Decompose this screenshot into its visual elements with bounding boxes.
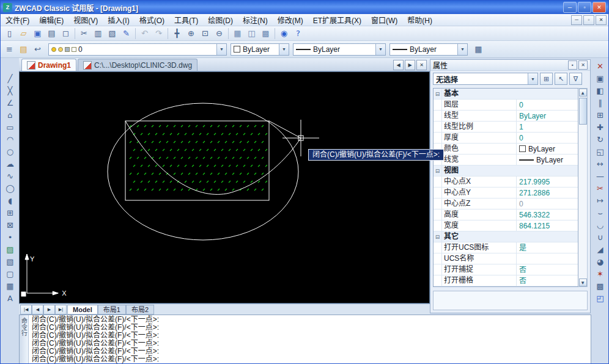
spline-button[interactable]: ∿ [3,170,18,182]
linetype-combo[interactable]: ByLayer ▼ [293,43,386,56]
construction-line-button[interactable]: ╳ [3,85,18,96]
prev-layout[interactable]: ◀ [32,305,43,315]
property-section-1[interactable]: ⊟基本 [434,89,578,100]
find-button[interactable]: ◉ [277,27,291,40]
property-value[interactable]: 否 [517,264,578,275]
zoom-window-button[interactable]: ⊡ [198,27,212,40]
property-value[interactable]: 864.1215 [517,220,578,231]
menu-item-2[interactable]: 编辑(E) [34,14,68,26]
color-combo[interactable]: ByLayer ▼ [231,43,289,56]
menu-item-3[interactable]: 视图(V) [68,14,103,26]
toolbar-options-button[interactable]: ▦ [471,43,485,56]
layout-tab-3[interactable]: 布局2 [126,305,154,315]
table-button[interactable]: ▦ [3,280,18,292]
undo-button[interactable]: ↶ [138,27,152,40]
menu-item-12[interactable]: 帮助(H) [402,14,437,26]
polygon-button[interactable]: ⌂ [3,109,18,121]
offset-button[interactable]: ∥ [593,97,608,109]
quick-select-button[interactable]: ⊞ [540,73,553,85]
move-button[interactable]: ✚ [593,122,608,133]
scale-button[interactable]: ◱ [593,146,608,158]
ellipse-button[interactable]: ◯ [3,183,18,194]
mdi-minimize-button[interactable]: ─ [571,15,582,25]
spline-entity[interactable] [125,121,301,194]
chevron-down-icon[interactable]: ▼ [528,73,537,84]
property-value[interactable]: 217.9995 [517,177,578,187]
layout-tab-1[interactable]: Model [67,305,98,315]
paste-button[interactable]: ▧ [105,27,119,40]
menu-item-6[interactable]: 工具(T) [169,14,203,26]
property-value[interactable]: 0 [517,198,578,209]
hatch-button[interactable]: ▨ [3,244,18,255]
rectangle-button[interactable]: ▭ [3,122,18,133]
break-button[interactable]: ◡ [593,219,608,231]
tab-close[interactable]: ✕ [416,60,427,70]
menu-item-7[interactable]: 绘图(D) [203,14,238,26]
ellipse-arc-button[interactable]: ◖ [3,195,18,206]
last-layout[interactable]: ▶| [55,305,67,315]
property-section-2[interactable]: ⊟视图 [434,166,578,177]
drawing-canvas[interactable]: YX 闭合(C)/撤销(U)/拟合公差(F)/<下一点>: [19,71,430,304]
property-section-3[interactable]: ⊟其它 [434,231,578,242]
circle-button[interactable]: ○ [3,146,18,158]
menu-item-10[interactable]: ET扩展工具(X) [308,14,366,26]
property-value[interactable]: 0 [517,133,578,143]
scroll-thumb[interactable] [579,98,587,125]
pan-button[interactable]: ╋ [170,27,184,40]
copy-clip-button[interactable]: ▥ [91,27,105,40]
close-icon[interactable]: ✕ [578,60,588,70]
collapse-icon[interactable]: ⊟ [434,89,442,99]
doc-tab-2[interactable]: C:\...\Desktop\CLINIC-3D.dwg [78,59,197,71]
next-layout[interactable]: ▶ [43,305,55,315]
plot-button[interactable]: ▤ [45,27,59,40]
menu-item-5[interactable]: 格式(O) [135,14,169,26]
minimize-button[interactable]: ─ [563,2,577,13]
new-button[interactable]: ▯ [2,27,17,40]
named-views-button[interactable]: ▦ [231,27,245,40]
properties-scrollbar[interactable]: ▲ ▼ [578,88,588,287]
layer-states-button[interactable]: ▤ [17,43,31,56]
rotate-button[interactable]: ↻ [593,134,608,145]
quick-filter-button[interactable]: ∇ [569,73,582,85]
redo-button[interactable]: ↷ [152,27,166,40]
pin-icon[interactable]: ▪ [568,60,577,70]
render-button[interactable]: ▩ [259,27,273,40]
property-value[interactable]: 546.3322 [517,209,578,220]
open-button[interactable]: ▱ [17,27,31,40]
property-value[interactable]: ByLayer [517,111,578,121]
scroll-up-icon[interactable]: ▲ [579,89,587,96]
lengthen-button[interactable]: — [593,170,608,182]
collapse-icon[interactable]: ⊟ [434,166,442,176]
scroll-down-icon[interactable]: ▼ [579,278,587,286]
fillet-button[interactable]: ◕ [593,256,608,268]
chevron-down-icon[interactable]: ▼ [457,44,467,55]
match-properties-button[interactable]: ✎ [119,27,133,40]
array-button[interactable]: ⊞ [593,109,608,121]
doc-tab-1[interactable]: Drawing1 [21,59,76,71]
save-button[interactable]: ▣ [31,27,45,40]
first-layout[interactable]: |◀ [20,305,32,315]
line-entity[interactable] [269,121,301,138]
chamfer-button[interactable]: ◢ [593,244,608,255]
tab-scroll-right[interactable]: ▶ [405,60,415,70]
break-at-point-button[interactable]: ⌣ [593,207,608,219]
region-button[interactable]: ▢ [3,268,18,280]
property-value[interactable]: 否 [517,275,578,286]
menu-item-11[interactable]: 窗口(W) [366,14,402,26]
menu-item-9[interactable]: 修改(M) [273,14,308,26]
cut-button[interactable]: ✂ [77,27,91,40]
property-value[interactable]: ByLayer [517,144,578,154]
selection-combo[interactable]: 无选择 ▼ [433,73,538,85]
mdi-restore-button[interactable]: ▫ [583,15,594,25]
erase-button[interactable]: ✕ [593,60,608,72]
property-value[interactable]: ByLayer [517,155,578,165]
polyline-button[interactable]: ∠ [3,97,18,109]
property-value[interactable]: 271.2886 [517,187,578,198]
restore-button[interactable]: ▫ [578,2,591,13]
clean-screen-button[interactable]: ◰ [593,293,608,304]
lineweight-combo[interactable]: ByLayer ▼ [389,43,468,56]
rectangle-entity[interactable] [125,121,269,200]
property-value[interactable]: 0 [517,100,578,110]
explode-button[interactable]: ✶ [593,268,608,280]
collapse-icon[interactable]: ⊟ [434,231,442,242]
